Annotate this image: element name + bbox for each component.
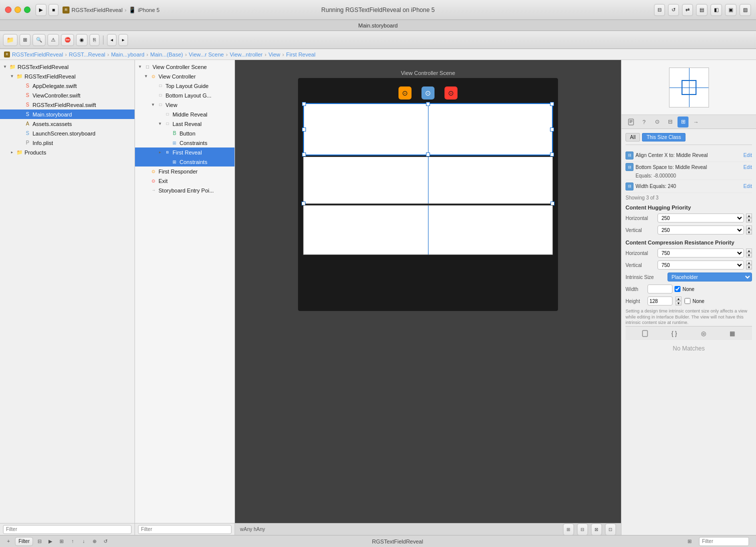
hugging-h-up[interactable]: ▲ xyxy=(746,214,752,218)
layout-toggle[interactable]: ▤ xyxy=(696,4,708,16)
hugging-h-down[interactable]: ▼ xyxy=(746,218,752,222)
scene-item-last[interactable]: ▼ □ Last Reveal xyxy=(135,119,234,128)
tab-size[interactable]: ⊞ xyxy=(678,116,688,128)
window-controls[interactable] xyxy=(5,6,30,13)
handle-bc[interactable] xyxy=(426,152,430,156)
toggle-project[interactable]: ▼ xyxy=(2,64,8,70)
test-btn[interactable]: ◉ xyxy=(76,34,88,46)
handle-br[interactable] xyxy=(550,152,554,156)
scene-item-middle[interactable]: ▸ □ Middle Reveal xyxy=(135,110,234,119)
bb-icon-2[interactable]: ▶ xyxy=(46,537,55,546)
handle-tl[interactable] xyxy=(302,102,306,106)
panel-left[interactable]: ◧ xyxy=(710,4,722,16)
compression-h-stepper[interactable]: ▲ ▼ xyxy=(746,248,752,258)
edit-align-btn[interactable]: Edit xyxy=(744,152,752,158)
hugging-v-up[interactable]: ▲ xyxy=(746,226,752,230)
nav-prev[interactable]: ◂ xyxy=(107,34,116,46)
scene-item-vcs[interactable]: ▼ □ View Controller Scene xyxy=(135,62,234,72)
sidebar-filter-input[interactable] xyxy=(3,525,132,534)
editor-toggle[interactable]: ⊟ xyxy=(654,4,665,16)
height-up[interactable]: ▲ xyxy=(676,296,682,301)
handle-bl[interactable] xyxy=(302,152,306,156)
tree-item-products[interactable]: ▸ 📁 Products xyxy=(0,148,134,157)
scene-item-view[interactable]: ▼ □ View xyxy=(135,100,234,110)
handle-mr[interactable] xyxy=(550,128,554,132)
run-button[interactable]: ▶ xyxy=(36,4,46,16)
compression-v-up[interactable]: ▲ xyxy=(746,260,752,265)
width-none-check[interactable] xyxy=(674,286,680,292)
bb-icon-6[interactable]: ⊕ xyxy=(90,537,99,546)
grid-icon[interactable]: ⊞ xyxy=(685,537,694,546)
scene-item-bottomlayout[interactable]: ▸ □ Bottom Layout G... xyxy=(135,90,234,100)
code-bottom-icon[interactable]: { } xyxy=(670,329,678,338)
layout-bottom-icon[interactable]: ▦ xyxy=(728,329,737,338)
scene-item-button[interactable]: ▸ B Button xyxy=(135,128,234,138)
bb-icon-4[interactable]: ↑ xyxy=(68,537,77,546)
scene-item-storyboard-entry[interactable]: ▸ → Storyboard Entry Poi... xyxy=(135,186,234,195)
breadcrumb-item-4[interactable]: Main...(Base) xyxy=(150,52,183,58)
issue-btn[interactable]: ⛔ xyxy=(61,34,74,46)
breadcrumb-item-2[interactable]: RGST...Reveal xyxy=(69,52,106,58)
compression-v-select[interactable]: 750 xyxy=(658,260,744,270)
breadcrumb-item-8[interactable]: First Reveal xyxy=(286,52,316,58)
panel-center[interactable]: ▣ xyxy=(725,4,736,16)
scene-item-vc[interactable]: ▼ ⊙ View Controller xyxy=(135,72,234,81)
tab-file[interactable] xyxy=(626,116,636,128)
tree-item-rgsfield[interactable]: ▸ S RGSTextFieldReveal.swift xyxy=(0,100,134,110)
nav-hierarchy-btn[interactable]: ⊞ xyxy=(20,34,30,46)
bb-icon-5[interactable]: ↓ xyxy=(79,537,88,546)
breadcrumb-item-7[interactable]: View xyxy=(268,52,280,58)
intrinsic-size-select[interactable]: Placeholder xyxy=(668,272,752,282)
canvas-scroll[interactable]: › View Controller Scene ⊙ ⊙ ⊙ xyxy=(235,60,621,523)
nav-next[interactable]: ▸ xyxy=(118,34,128,46)
handle-ml[interactable] xyxy=(302,128,306,132)
minimize-button[interactable] xyxy=(14,6,21,13)
scene-filter-input[interactable] xyxy=(138,525,232,534)
target-bottom-icon[interactable]: ◎ xyxy=(699,329,708,338)
tree-item-assets[interactable]: ▸ A Assets.xcassets xyxy=(0,119,134,128)
close-button[interactable] xyxy=(5,6,12,13)
scene-item-responder[interactable]: ▸ ⊙ First Responder xyxy=(135,166,234,176)
canvas-btn-2[interactable]: ⊟ xyxy=(577,524,588,536)
edit-bottom-btn[interactable]: Edit xyxy=(744,164,752,170)
bb-icon-3[interactable]: ⊞ xyxy=(57,537,66,546)
breadcrumb-item-6[interactable]: View...ntroller xyxy=(230,52,262,58)
hugging-v-stepper[interactable]: ▲ ▼ xyxy=(746,226,752,234)
tab-attributes[interactable]: ⊟ xyxy=(664,116,676,128)
warning-btn[interactable]: ⚠ xyxy=(48,34,59,46)
fullscreen-button[interactable] xyxy=(24,6,30,13)
compression-h-select[interactable]: 750 xyxy=(658,248,744,258)
middle-reveal-view[interactable] xyxy=(303,156,553,204)
back-forward[interactable]: ⇄ xyxy=(682,4,693,16)
tree-item-infoplist[interactable]: ▸ P Info.plist xyxy=(0,138,134,148)
panel-right[interactable]: ▨ xyxy=(740,4,751,16)
bottom-filter-input[interactable] xyxy=(699,537,749,546)
file-bottom-icon[interactable] xyxy=(640,329,650,338)
hugging-v-select[interactable]: 250 xyxy=(658,226,744,234)
canvas-btn-4[interactable]: ⊡ xyxy=(605,524,616,536)
scene-item-constraints-1[interactable]: ▸ ⊞ Constraints xyxy=(135,138,234,148)
scene-item-exit[interactable]: ▸ ⊙ Exit xyxy=(135,176,234,186)
handle-tr[interactable] xyxy=(550,102,554,106)
width-input[interactable] xyxy=(648,284,672,294)
refresh-button[interactable]: ↺ xyxy=(668,4,679,16)
nav-folder-btn[interactable]: 📁 xyxy=(3,34,18,46)
height-none-check[interactable] xyxy=(684,298,690,304)
stop-button[interactable]: ■ xyxy=(48,4,58,16)
canvas-btn-3[interactable]: ⊠ xyxy=(591,524,602,536)
compression-h-down[interactable]: ▼ xyxy=(746,253,752,258)
search-btn[interactable]: 🔍 xyxy=(32,34,46,46)
compression-h-up[interactable]: ▲ xyxy=(746,248,752,253)
tree-item-appdelegate[interactable]: ▸ S AppDelegate.swift xyxy=(0,81,134,90)
breadcrumb-item-1[interactable]: RGSTextFieldReveal xyxy=(12,52,63,58)
tab-connections[interactable]: → xyxy=(690,116,702,128)
hugging-v-down[interactable]: ▼ xyxy=(746,230,752,234)
height-down[interactable]: ▼ xyxy=(676,301,682,306)
tab-identity[interactable]: ⊙ xyxy=(652,116,662,128)
hugging-h-stepper[interactable]: ▲ ▼ xyxy=(746,214,752,222)
height-input[interactable] xyxy=(648,296,672,306)
size-toggle-this[interactable]: This Size Class xyxy=(642,133,686,142)
tree-item-launchscreen[interactable]: ▸ S LaunchScreen.storyboard xyxy=(0,128,134,138)
last-reveal-view[interactable] xyxy=(303,205,553,255)
filter-bottom-btn[interactable]: Filter xyxy=(15,537,33,546)
